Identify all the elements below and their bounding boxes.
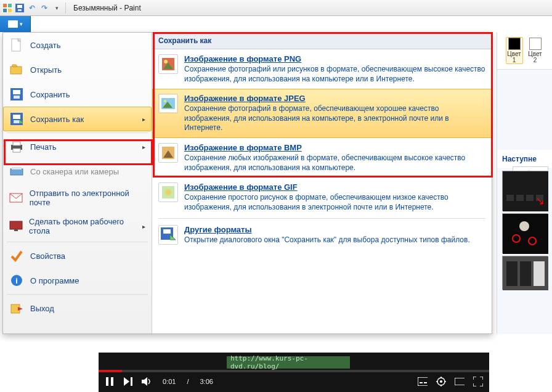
menu-label: Свойства: [30, 251, 65, 261]
new-file-icon: [9, 38, 24, 52]
svg-rect-75: [455, 378, 465, 385]
format-title: Изображение в формате GIF: [184, 182, 485, 192]
next-button[interactable]: [123, 377, 133, 386]
svg-rect-26: [14, 229, 18, 231]
thumbnail-3[interactable]: [502, 256, 548, 290]
svg-rect-59: [520, 261, 531, 286]
undo-icon[interactable]: ↶: [27, 3, 37, 13]
pause-button[interactable]: [105, 377, 115, 386]
format-desc: Сохранение любых изображений в формате, …: [184, 153, 485, 173]
svg-rect-66: [418, 377, 428, 386]
menu-wallpaper[interactable]: Сделать фоном рабочего стола ▸: [3, 212, 152, 240]
theater-button[interactable]: [455, 377, 465, 386]
submenu-arrow-icon: ▸: [142, 223, 145, 230]
svg-rect-60: [534, 261, 545, 286]
svg-marker-65: [142, 377, 147, 386]
next-heading: Наступне: [497, 150, 552, 168]
png-icon: [158, 54, 178, 74]
format-desc: Открытие диалогового окна "Сохранить как…: [184, 235, 470, 245]
app-icon: [2, 3, 12, 13]
menu-scanner[interactable]: Со сканера или камеры: [3, 159, 152, 184]
color1-label: Цвет 1: [506, 51, 522, 63]
bmp-icon: [158, 143, 178, 163]
format-gif[interactable]: Изображение в формате GIF Сохранение про…: [152, 178, 492, 217]
svg-rect-13: [13, 90, 20, 94]
menu-save-as[interactable]: Сохранить как ▸: [3, 107, 152, 131]
file-tab[interactable]: ▾: [0, 16, 31, 32]
email-icon: [9, 190, 23, 205]
divider: [7, 133, 148, 133]
svg-rect-16: [13, 115, 20, 119]
svg-rect-17: [14, 120, 20, 123]
save-as-submenu: Сохранить как Изображение в формате PNG …: [152, 33, 492, 333]
settings-button[interactable]: [436, 377, 446, 386]
menu-properties[interactable]: Свойства: [3, 243, 152, 268]
subtitles-button[interactable]: [418, 377, 428, 386]
svg-rect-58: [506, 261, 518, 286]
format-desc: Сохранение фотографий или рисунков в фор…: [184, 65, 485, 84]
color1-swatch[interactable]: Цвет 1: [506, 37, 523, 64]
ribbon-row: ▾: [0, 16, 552, 32]
menu-about[interactable]: i О программе: [3, 268, 152, 293]
menu-create[interactable]: Создать: [3, 33, 152, 57]
qat-dropdown-icon[interactable]: ▾: [52, 3, 62, 13]
scanner-icon: [9, 164, 24, 179]
format-title: Другие форматы: [184, 225, 470, 234]
file-tab-icon: [8, 20, 18, 28]
svg-rect-10: [10, 67, 22, 74]
desktop-icon: [9, 219, 23, 234]
thumbnail-1[interactable]: ↘: [502, 171, 548, 211]
titlebar: ↶ ↷ ▾ Безымянный - Paint: [0, 0, 552, 16]
other-formats-icon: [158, 225, 178, 245]
svg-rect-68: [424, 382, 427, 383]
svg-rect-67: [420, 382, 423, 383]
format-desc: Сохранение простого рисунок в формате, о…: [184, 193, 485, 212]
svg-rect-49: [506, 195, 514, 201]
svg-rect-1: [3, 4, 7, 7]
menu-save[interactable]: Сохранить: [3, 82, 152, 107]
menu-exit[interactable]: Выход: [3, 296, 152, 321]
menu-label: Сохранить как: [30, 115, 84, 124]
time-total: 3:06: [200, 378, 213, 385]
svg-rect-3: [3, 9, 7, 12]
svg-rect-7: [18, 9, 22, 11]
svg-rect-51: [526, 195, 534, 201]
svg-rect-46: [163, 229, 171, 234]
save-icon[interactable]: [15, 3, 25, 13]
format-other[interactable]: Другие форматы Открытие диалогового окна…: [152, 220, 492, 250]
video-controls: 0:01 / 3:06: [99, 371, 489, 392]
svg-point-56: [519, 221, 529, 231]
menu-open[interactable]: Открыть: [3, 57, 152, 82]
menu-label: Сохранить: [30, 90, 70, 99]
color2-swatch[interactable]: Цвет 2: [527, 37, 544, 64]
color-selector: Цвет 1 Цвет 2: [497, 32, 552, 70]
video-player: http://www.kurs-pc-dvd.ru/blog/ 0:01 / 3…: [99, 353, 489, 392]
submenu-arrow-icon: ▸: [142, 116, 145, 123]
save-disk-icon: [9, 87, 24, 102]
time-sep: /: [187, 378, 189, 385]
format-jpeg[interactable]: Изображение в формате JPEG Сохранение фо…: [152, 89, 492, 138]
fullscreen-button[interactable]: [473, 377, 483, 386]
svg-rect-61: [106, 377, 108, 386]
svg-rect-21: [13, 149, 20, 152]
format-bmp[interactable]: Изображение в формате BMP Сохранение люб…: [152, 138, 492, 178]
thumbnail-2[interactable]: [502, 213, 548, 253]
menu-label: Печать: [30, 142, 57, 152]
svg-rect-2: [8, 4, 12, 7]
svg-rect-22: [10, 169, 23, 175]
format-desc: Сохранение фотографий в формате, обеспеч…: [184, 104, 485, 133]
file-backstage: Создать Открыть Сохранить Сохранить как …: [2, 32, 492, 334]
check-icon: [9, 248, 24, 263]
volume-button[interactable]: [142, 377, 152, 386]
format-png[interactable]: Изображение в формате PNG Сохранение фот…: [152, 49, 492, 89]
menu-label: Создать: [30, 41, 60, 50]
svg-point-44: [165, 189, 171, 195]
color2-box: [529, 38, 542, 50]
svg-point-33: [164, 60, 168, 63]
menu-print[interactable]: Печать ▸: [3, 134, 152, 159]
redo-icon[interactable]: ↷: [39, 3, 49, 13]
quick-access-toolbar: ↶ ↷ ▾: [2, 3, 62, 13]
video-url-overlay: http://www.kurs-pc-dvd.ru/blog/: [227, 356, 350, 369]
menu-email[interactable]: Отправить по электронной почте: [3, 184, 152, 212]
menu-label: Со сканера или камеры: [30, 167, 119, 176]
